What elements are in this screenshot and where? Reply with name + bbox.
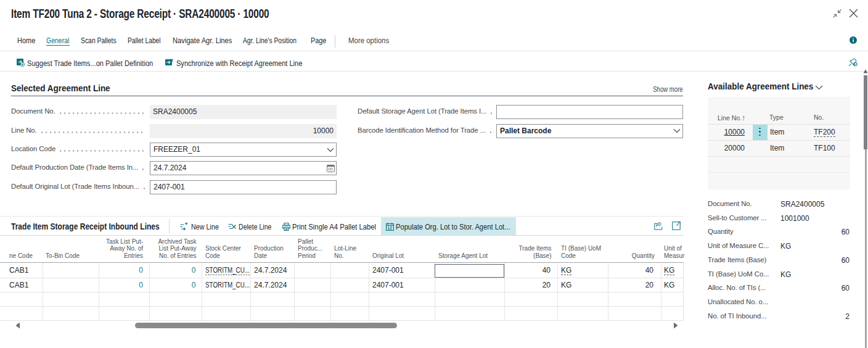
svg-text:12: 12 [388,226,393,230]
